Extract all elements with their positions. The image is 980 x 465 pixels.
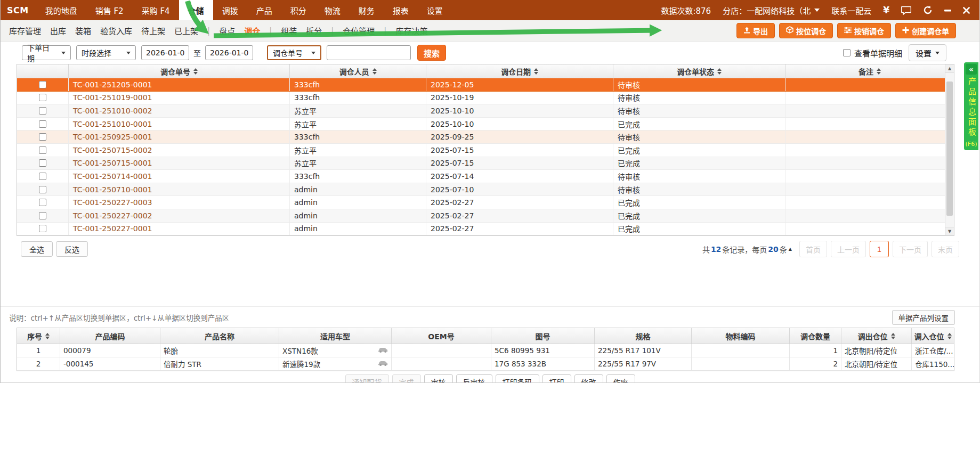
action-button[interactable]: 通知配货 — [345, 374, 389, 383]
top-nav-tab[interactable]: 调拨 — [213, 0, 247, 20]
search-button[interactable]: 搜索 — [417, 45, 446, 61]
warehouse-menu-item[interactable]: 拆分 — [306, 25, 322, 36]
order-row[interactable]: TC-001-250227-0001 admin 2025-02-27 已完成 — [17, 223, 954, 236]
sort-icon[interactable] — [45, 333, 50, 339]
top-nav-tab[interactable]: 销售 F2 — [86, 0, 133, 20]
action-button[interactable]: 完成 — [392, 374, 421, 383]
sort-icon[interactable] — [193, 68, 198, 75]
column-header[interactable]: 调入仓位 — [912, 328, 954, 344]
row-checkbox[interactable] — [39, 173, 46, 180]
sort-icon[interactable] — [947, 333, 952, 339]
action-button[interactable]: 修改 — [574, 374, 603, 383]
top-nav-tab[interactable]: 积分 — [281, 0, 315, 20]
order-row[interactable]: TC-001-251010-0001 苏立平 2025-10-10 已完成 — [17, 118, 954, 131]
sort-icon[interactable] — [534, 68, 538, 75]
top-nav-tab[interactable]: 设置 — [418, 0, 452, 20]
order-row[interactable]: TC-001-250925-0001 333cfh 2025-09-25 待审核 — [17, 130, 954, 144]
warehouse-menu-item[interactable]: 盘点 — [219, 25, 235, 36]
contact-link[interactable]: 联系一配云 — [831, 5, 871, 16]
action-button[interactable]: 审核 — [424, 374, 453, 383]
action-button[interactable]: 反审核 — [456, 374, 492, 383]
transfer-by-sales-button[interactable]: 按销调仓 — [837, 23, 891, 38]
warehouse-menu-item[interactable]: 验货入库 — [100, 25, 132, 36]
top-nav-tab[interactable]: 物流 — [315, 0, 350, 20]
search-field-select[interactable]: 调仓单号 — [267, 45, 321, 60]
row-checkbox[interactable] — [39, 146, 46, 154]
column-header[interactable]: 调仓单状态 — [613, 64, 785, 78]
close-icon[interactable] — [963, 7, 970, 14]
keyword-input[interactable] — [327, 45, 411, 60]
transfer-by-slot-button[interactable]: 按位调仓 — [779, 23, 833, 38]
pager-button[interactable]: 末页 — [932, 241, 959, 257]
order-row[interactable]: TC-001-251205-0001 333cfh 2025-12-05 待审核 — [17, 78, 954, 92]
select-all-button[interactable]: 全选 — [21, 241, 53, 257]
collapse-icon[interactable]: « — [966, 64, 977, 75]
order-row[interactable]: TC-001-250227-0003 admin 2025-02-27 已完成 — [17, 196, 954, 209]
date-to-input[interactable] — [205, 45, 253, 60]
warehouse-menu-item[interactable]: 仓位管理 — [343, 25, 375, 36]
date-from-input[interactable] — [141, 45, 189, 60]
action-button[interactable]: 打印 — [542, 374, 571, 383]
chat-icon[interactable] — [901, 6, 911, 15]
warehouse-menu-item[interactable]: 调仓 — [244, 25, 260, 36]
row-checkbox[interactable] — [39, 133, 46, 141]
column-header[interactable]: 产品编码 — [60, 328, 160, 344]
column-header[interactable]: 调仓单号 — [69, 64, 290, 78]
product-row[interactable]: 1 000079 轮胎 XSTN16款 5C6 80995 931 225/55… — [17, 344, 954, 357]
top-nav-tab[interactable]: 报表 — [384, 0, 418, 20]
row-checkbox[interactable] — [39, 120, 46, 128]
row-checkbox[interactable] — [39, 199, 46, 206]
column-header[interactable]: 图号 — [491, 328, 595, 344]
period-select[interactable]: 时段选择 — [76, 45, 136, 60]
warehouse-menu-item[interactable]: 出库 — [50, 25, 66, 36]
warehouse-menu-item[interactable]: 装箱 — [75, 25, 91, 36]
pager-button[interactable]: 1 — [870, 241, 889, 257]
sort-icon[interactable] — [372, 68, 377, 75]
top-nav-tab[interactable]: 仓储 — [179, 0, 213, 20]
settings-button[interactable]: 设置 — [909, 44, 946, 61]
column-header[interactable]: 备注 — [785, 64, 954, 78]
car-icon[interactable] — [378, 346, 388, 355]
product-info-panel-tab[interactable]: « 产品信息面板 (F6) — [964, 62, 978, 150]
row-checkbox[interactable] — [39, 81, 46, 88]
sort-icon[interactable] — [891, 333, 895, 339]
order-row[interactable]: TC-001-250227-0002 admin 2025-02-27 已完成 — [17, 209, 954, 223]
order-row[interactable]: TC-001-250715-0002 苏立平 2025-07-15 已完成 — [17, 144, 954, 157]
product-row[interactable]: 2 -000145 倍耐力 STR 新速腾19款 17G 853 332B 22… — [17, 357, 954, 371]
branch-selector[interactable]: 分店：一配网络科技（北 — [723, 5, 820, 16]
top-nav-tab[interactable]: 财务 — [350, 0, 384, 20]
order-row[interactable]: TC-001-251010-0002 苏立平 2025-10-10 待审核 — [17, 104, 954, 118]
column-header[interactable]: 规格 — [595, 328, 692, 344]
action-button[interactable]: 打印条码 — [496, 374, 539, 383]
row-checkbox[interactable] — [39, 159, 46, 167]
invert-selection-button[interactable]: 反选 — [56, 241, 88, 257]
scroll-down-arrow[interactable]: ▼ — [945, 227, 954, 235]
sort-icon[interactable] — [877, 68, 881, 75]
currency-icon[interactable]: ¥ — [883, 5, 889, 15]
warehouse-menu-item[interactable]: 库存管理 — [9, 25, 41, 36]
view-detail-checkbox[interactable]: 查看单据明细 — [843, 47, 902, 59]
order-row[interactable]: TC-001-250714-0001 333cfh 2025-07-14 待审核 — [17, 170, 954, 183]
checkbox-icon[interactable] — [843, 49, 851, 56]
page-size-caret-icon[interactable]: ▲ — [789, 247, 792, 251]
pager-button[interactable]: 下一页 — [893, 241, 928, 257]
column-header[interactable]: 物料编码 — [692, 328, 790, 344]
row-checkbox[interactable] — [39, 225, 46, 232]
warehouse-menu-item[interactable]: 库存决策 — [395, 25, 427, 36]
top-nav-tab[interactable]: 产品 — [247, 0, 281, 20]
pager-button[interactable]: 首页 — [799, 241, 827, 257]
pager-button[interactable]: 上一页 — [831, 241, 866, 257]
column-header[interactable]: 调出仓位 — [841, 328, 912, 344]
order-row[interactable]: TC-001-250715-0001 苏立平 2025-07-15 已完成 — [17, 157, 954, 170]
export-button[interactable]: 导出 — [736, 23, 775, 38]
column-header[interactable]: 适用车型 — [279, 328, 392, 344]
row-checkbox[interactable] — [39, 186, 46, 193]
column-header[interactable]: 调仓数量 — [790, 328, 841, 344]
warehouse-menu-item[interactable]: 组装 — [281, 25, 297, 36]
column-header[interactable]: 产品名称 — [160, 328, 279, 344]
minimize-icon[interactable] — [944, 7, 951, 14]
top-nav-tab[interactable]: 我的地盘 — [36, 0, 86, 20]
product-columns-settings-button[interactable]: 单据产品列设置 — [892, 310, 955, 325]
top-nav-tab[interactable]: 采购 F4 — [133, 0, 179, 20]
column-header[interactable]: 调仓人员 — [290, 64, 426, 78]
